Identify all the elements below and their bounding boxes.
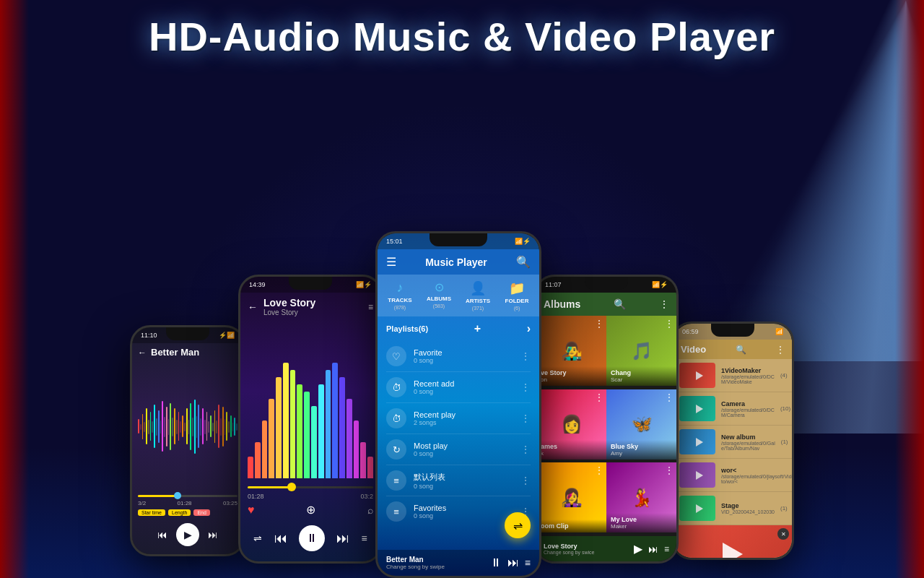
phone1-prev-btn[interactable]: ⏮ bbox=[157, 529, 167, 540]
albums-bottom-song: Love Story Change song by swice bbox=[544, 543, 628, 555]
waveform-mirror-4 bbox=[156, 418, 157, 436]
album-more-4[interactable]: ⋮ bbox=[665, 392, 674, 402]
video-item-2[interactable]: Camera /storage/emulated/0/DC M/Camera (… bbox=[674, 392, 792, 426]
phone2-progress[interactable] bbox=[248, 486, 373, 488]
video-path-1: /storage/emulated/0/DC M/VideoMake bbox=[721, 374, 775, 384]
playlist-recent-play-more[interactable]: ⋮ bbox=[520, 413, 531, 424]
mp-tab-folder[interactable]: 📁 FOLDER (6) bbox=[497, 280, 536, 311]
albums-menu-icon[interactable]: ⋮ bbox=[659, 298, 669, 310]
phone2-time: 14:39 bbox=[249, 281, 266, 288]
phone1-timeline[interactable] bbox=[138, 495, 237, 497]
phone2-next-btn[interactable]: ⏭ bbox=[336, 531, 349, 546]
album-cell-6[interactable]: 💃 My Love Maker ⋮ bbox=[606, 462, 676, 532]
phone1-start-tag: Star time bbox=[138, 509, 165, 516]
video-title: Video bbox=[681, 344, 706, 355]
playlists-add-icon[interactable]: + bbox=[474, 322, 481, 335]
album-cell-4[interactable]: 🦋 Blue Sky Amy ⋮ bbox=[606, 389, 676, 460]
album-more-3[interactable]: ⋮ bbox=[595, 392, 603, 402]
mp-tab-albums[interactable]: ⊙ ALBUMS (583) bbox=[419, 280, 458, 311]
playlist-recent-add-info: Recent add 0 song bbox=[414, 379, 513, 395]
albums-search-icon[interactable]: 🔍 bbox=[614, 298, 626, 310]
default-list-icon: ≡ bbox=[386, 470, 406, 491]
phone2-add-icon[interactable]: ⊕ bbox=[306, 503, 315, 517]
phone2-icons: 📶⚡ bbox=[356, 281, 372, 288]
waveform-bar-22 bbox=[226, 412, 227, 441]
phone2-play-btn[interactable]: ⏸ bbox=[299, 525, 325, 551]
playlists-nav-icon[interactable]: › bbox=[527, 322, 531, 335]
phone1-controls: ⏮ ▶ ⏭ bbox=[138, 519, 237, 551]
playlist-item-recent-play[interactable]: ⏱ Recent play 2 songs ⋮ bbox=[378, 403, 539, 434]
album-name-5: oom Clip bbox=[541, 522, 602, 530]
video-item-3[interactable]: New album /storage/emulated/0/Gal e/Tab/… bbox=[674, 426, 792, 459]
playlist-item-favorite[interactable]: ♡ Favorite 0 song ⋮ bbox=[378, 341, 539, 371]
phone2-heart-icon[interactable]: ♥ bbox=[248, 504, 255, 517]
playlist-item-default[interactable]: ≡ 默认列表 0 song ⋮ bbox=[378, 465, 539, 496]
video-count-2: (10) bbox=[780, 405, 790, 412]
phone1-back-icon[interactable]: ← bbox=[138, 348, 147, 358]
mp-search-icon[interactable]: 🔍 bbox=[516, 255, 531, 269]
eq-bar-1 bbox=[255, 442, 261, 478]
video-item-4[interactable]: wor< /storage/emulated/0/jlaysoft/VideoE… bbox=[674, 459, 792, 492]
albums-list-btn[interactable]: ≡ bbox=[664, 544, 669, 554]
waveform-bar-10 bbox=[178, 412, 180, 441]
waveform-bar-19 bbox=[214, 410, 216, 443]
waveform-mirror-15 bbox=[200, 418, 201, 436]
phone2-list-icon[interactable]: ≡ bbox=[362, 532, 367, 544]
waveform-mirror-10 bbox=[180, 421, 181, 433]
album-cell-5[interactable]: 👩‍🎤 oom Clip ⋮ bbox=[536, 462, 606, 532]
mp-menu-icon[interactable]: ☰ bbox=[386, 255, 396, 269]
album-more-2[interactable]: ⋮ bbox=[665, 319, 674, 329]
phone1-next-btn[interactable]: ⏭ bbox=[208, 529, 218, 540]
waveform-mirror-5 bbox=[160, 420, 162, 434]
phone2-total-time: 03:2 bbox=[360, 493, 373, 500]
video-featured-play bbox=[723, 543, 743, 558]
album-more-1[interactable]: ⋮ bbox=[595, 319, 603, 329]
phone3-time: 15:01 bbox=[386, 238, 403, 245]
albums-next-btn[interactable]: ⏭ bbox=[648, 543, 658, 555]
mp-tab-tracks[interactable]: ♪ TRACKS (878) bbox=[380, 280, 419, 311]
album-cell-2[interactable]: 🎵 Chang Scar ⋮ bbox=[606, 316, 676, 386]
video-item-6[interactable]: ✕ bbox=[674, 525, 792, 558]
tracks-icon: ♪ bbox=[397, 280, 404, 296]
tracks-count: (878) bbox=[394, 305, 406, 310]
mp-list-btn[interactable]: ≡ bbox=[525, 557, 531, 569]
album-more-6[interactable]: ⋮ bbox=[665, 465, 674, 475]
phone2-current-time: 01:28 bbox=[248, 493, 264, 500]
playlist-recent-add-more[interactable]: ⋮ bbox=[520, 381, 531, 393]
album-overlay-3: ames k bbox=[536, 440, 606, 460]
video-close-btn[interactable]: ✕ bbox=[777, 528, 789, 540]
phone2-prev-btn[interactable]: ⏮ bbox=[274, 531, 287, 546]
waveform-mirror-17 bbox=[208, 421, 209, 433]
video-item-1[interactable]: 1VideoMaker /storage/emulated/0/DC M/Vid… bbox=[674, 359, 792, 392]
album-more-5[interactable]: ⋮ bbox=[595, 465, 603, 475]
playlist-default-more[interactable]: ⋮ bbox=[520, 475, 531, 486]
playlist-favorites2-count: 0 song bbox=[414, 512, 513, 519]
album-cell-1[interactable]: 👨‍🎤 ve Story on ⋮ bbox=[536, 316, 606, 386]
album-cell-3[interactable]: 👩 ames k ⋮ bbox=[536, 389, 606, 460]
phone2-menu-icon[interactable]: ≡ bbox=[368, 302, 373, 312]
phone2-zoom-icon[interactable]: ⌕ bbox=[367, 504, 373, 516]
mp-bottom-song-sub: Change song by swipe bbox=[386, 564, 484, 570]
video-search-icon[interactable]: 🔍 bbox=[736, 345, 746, 355]
playlist-item-most-play[interactable]: ↻ Most play 0 song ⋮ bbox=[378, 434, 539, 465]
phone2-icons-row: ♥ ⊕ ⌕ bbox=[248, 500, 373, 519]
video-menu-icon[interactable]: ⋮ bbox=[776, 345, 785, 355]
mp-pause-btn[interactable]: ⏸ bbox=[490, 556, 502, 569]
playlist-item-recent-add[interactable]: ⏱ Recent add 0 song ⋮ bbox=[378, 372, 539, 402]
mp-tab-artists[interactable]: 👤 ARTISTS (371) bbox=[458, 280, 497, 311]
phone2-shuffle-icon[interactable]: ⇌ bbox=[253, 532, 262, 544]
phone1-total: 03:25 bbox=[223, 500, 237, 506]
albums-play-btn[interactable]: ▶ bbox=[634, 542, 642, 556]
mp-next-btn[interactable]: ⏭ bbox=[507, 556, 519, 569]
playlist-favorite-more[interactable]: ⋮ bbox=[520, 350, 531, 362]
waveform-mirror-2 bbox=[148, 420, 149, 434]
shuffle-fab[interactable]: ⇌ bbox=[505, 512, 531, 538]
phone2-back-icon[interactable]: ← bbox=[248, 301, 258, 313]
most-play-icon: ↻ bbox=[386, 439, 406, 460]
phone1-play-btn[interactable]: ▶ bbox=[176, 523, 199, 546]
video-path-5: VID_20200424_102030 bbox=[721, 509, 775, 514]
video-item-5[interactable]: Stage VID_20200424_102030 (1) bbox=[674, 492, 792, 525]
waveform-bar-3 bbox=[150, 412, 152, 441]
playlist-most-play-more[interactable]: ⋮ bbox=[520, 444, 531, 455]
waveform-bar-15 bbox=[198, 405, 199, 448]
